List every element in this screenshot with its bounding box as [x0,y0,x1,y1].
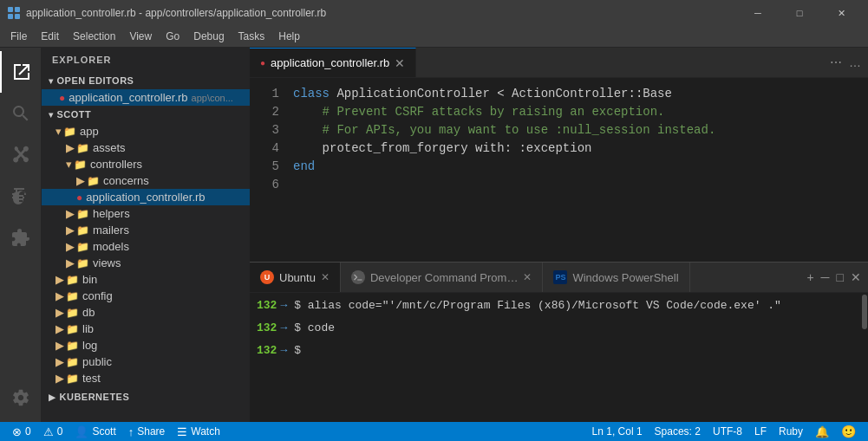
terminal-minimize-icon[interactable]: ─ [821,270,830,284]
activity-settings[interactable] [0,377,42,418]
editor-tab-app-controller[interactable]: ● application_controller.rb ✕ [250,48,416,77]
terminal-scrollbar-thumb[interactable] [862,295,867,329]
menu-edit[interactable]: Edit [34,26,66,47]
kubernetes-section[interactable]: ▶ KUBERNETES [42,388,250,405]
split-editor-icon[interactable]: ⋯ [830,55,842,69]
tree-item-config[interactable]: ▶ 📁 config [42,288,250,304]
close-button[interactable]: ✕ [821,0,861,26]
terminal-scrollbar[interactable] [861,293,868,422]
activity-search[interactable] [0,93,42,134]
menu-debug[interactable]: Debug [186,26,231,47]
status-spaces[interactable]: Spaces: 2 [649,422,706,441]
status-username: Scott [92,425,115,438]
menu-selection[interactable]: Selection [66,26,122,47]
minimize-button[interactable]: ─ [738,0,778,26]
open-editor-path: app\con... [192,93,233,103]
tree-item-lib[interactable]: ▶ 📁 lib [42,321,250,337]
status-smiley[interactable]: 🙂 [836,422,861,441]
tree-label-db: db [82,306,95,319]
tree-label-controllers: controllers [90,158,142,171]
tree-item-public[interactable]: ▶ 📁 public [42,353,250,370]
maximize-button[interactable]: □ [780,0,819,26]
folder-icon-test: 📁 [66,373,79,385]
status-errors[interactable]: ⊗ 0 [7,422,36,441]
folder-icon-public: 📁 [66,356,79,368]
tree-item-helpers[interactable]: ▶ 📁 helpers [42,205,250,222]
tree-item-app-controller[interactable]: ● application_controller.rb [42,189,250,205]
tree-label-bin: bin [82,273,97,286]
code-editor[interactable]: 1 2 3 4 5 6 class ApplicationController … [250,78,868,262]
status-language[interactable]: Ruby [773,422,808,441]
folder-icon-app: 📁 [63,126,76,138]
terminal-tab-close-dev[interactable]: ✕ [523,271,532,283]
terminal-close-icon[interactable]: ✕ [851,270,861,284]
status-user[interactable]: 👤 Scott [69,422,121,441]
svg-rect-0 [8,7,13,12]
terminal-tab-dev-cmd[interactable]: Developer Command Prom… ✕ [341,263,544,292]
open-editor-filename: application_controller.rb [69,91,187,104]
terminal-tab-ubuntu[interactable]: U Ubuntu ✕ [250,263,341,292]
terminal-tab-ps-label: Windows PowerShell [572,271,678,284]
code-content[interactable]: class ApplicationController < ActionCont… [293,85,868,255]
open-editor-item[interactable]: ● application_controller.rb app\con... [42,89,250,106]
status-bell[interactable]: 🔔 [810,422,834,441]
activity-explorer[interactable] [0,51,42,93]
folder-icon-config: 📁 [66,290,79,302]
tree-item-controllers[interactable]: ▾ 📁 controllers [42,156,250,172]
tree-item-test[interactable]: ▶ 📁 test [42,370,250,386]
status-eol[interactable]: LF [749,422,772,441]
tab-close-icon[interactable]: ✕ [395,57,405,69]
spaces-label: Spaces: 2 [655,425,701,438]
term-cmd-3: $ [294,341,301,360]
status-encoding[interactable]: UTF-8 [708,422,747,441]
chevron-down-icon-controllers: ▾ [66,158,72,171]
tree-item-db[interactable]: ▶ 📁 db [42,304,250,321]
menu-file[interactable]: File [3,26,34,47]
tree-item-assets[interactable]: ▶ 📁 assets [42,139,250,156]
terminal-tab-dev-label: Developer Command Prom… [370,271,519,284]
tree-item-log[interactable]: ▶ 📁 log [42,337,250,353]
menu-tasks[interactable]: Tasks [232,26,272,47]
terminal-tab-close-ubuntu[interactable]: ✕ [321,271,330,283]
term-line-num-1: 132 [257,296,277,315]
warning-icon: ⚠ [43,425,54,438]
share-icon: ↑ [128,425,134,438]
scott-section[interactable]: ▾ SCOTT [42,106,250,123]
menu-view[interactable]: View [122,26,159,47]
terminal-panel: U Ubuntu ✕ Developer Command Prom… ✕ PS … [250,262,868,422]
terminal-maximize-icon[interactable]: □ [837,270,844,284]
tree-item-views[interactable]: ▶ 📁 views [42,255,250,271]
tree-label-app: app [80,125,99,138]
tree-item-mailers[interactable]: ▶ 📁 mailers [42,222,250,238]
tree-item-models[interactable]: ▶ 📁 models [42,238,250,255]
title-bar: application_controller.rb - app/controll… [0,0,868,26]
activity-debug[interactable] [0,176,42,217]
tree-label-app-controller: application_controller.rb [86,191,205,204]
main-layout: EXPLORER ▾ OPEN EDITORS ● application_co… [0,48,868,422]
menu-go[interactable]: Go [159,26,186,47]
tab-label: application_controller.rb [271,56,389,69]
folder-icon-controllers: 📁 [74,159,87,171]
tree-label-models: models [93,240,129,253]
error-count: 0 [25,425,31,438]
activity-source-control[interactable] [0,134,42,176]
open-editors-section[interactable]: ▾ OPEN EDITORS [42,72,250,89]
tree-item-app[interactable]: ▾ 📁 app [42,123,250,139]
menu-help[interactable]: Help [271,26,307,47]
more-actions-icon[interactable]: … [849,55,861,69]
terminal-tab-powershell[interactable]: PS Windows PowerShell [543,263,689,292]
status-share[interactable]: ↑ Share [123,422,171,441]
status-watch[interactable]: ☰ Watch [172,422,225,441]
tree-label-assets: assets [93,141,126,154]
user-icon: 👤 [75,425,88,438]
status-warnings[interactable]: ⚠ 0 [38,422,69,441]
terminal-content[interactable]: 132 → $ alias code="'/mnt/c/Program File… [250,293,868,422]
app-icon [7,6,21,20]
terminal-line-2: 132 → $ code [257,319,861,338]
folder-icon-concerns: 📁 [87,175,100,187]
tree-item-bin[interactable]: ▶ 📁 bin [42,271,250,288]
add-terminal-icon[interactable]: + [806,270,813,284]
tree-item-concerns[interactable]: ▶ 📁 concerns [42,172,250,189]
activity-extensions[interactable] [0,217,42,259]
status-position[interactable]: Ln 1, Col 1 [587,422,648,441]
